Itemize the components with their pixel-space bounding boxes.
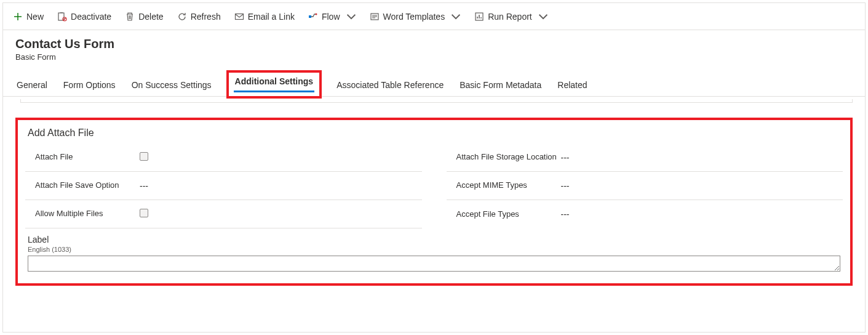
tab-general[interactable]: General [15, 74, 49, 96]
tab-bar: General Form Options On Success Settings… [3, 70, 865, 97]
highlight-box: Additional Settings [226, 70, 322, 99]
tab-additional-settings[interactable]: Additional Settings [234, 76, 315, 92]
email-icon [234, 12, 244, 22]
record-header: Contact Us Form Basic Form [3, 30, 865, 62]
refresh-icon [177, 12, 187, 22]
field-label: Attach File Save Option [35, 180, 140, 191]
chevron-down-icon [346, 12, 356, 22]
tab-on-success[interactable]: On Success Settings [130, 74, 213, 96]
field-attach-file-save-option[interactable]: Attach File Save Option --- [25, 172, 422, 200]
app-frame: New Deactivate Delete Refresh Email a Li… [2, 2, 866, 333]
svg-point-4 [315, 13, 317, 15]
field-value: --- [561, 209, 843, 219]
left-column: Attach File Attach File Save Option --- … [25, 143, 422, 228]
page-subtitle: Basic Form [15, 52, 853, 62]
cmd-label: Delete [138, 12, 163, 22]
field-label: Attach File [35, 152, 140, 163]
command-bar: New Deactivate Delete Refresh Email a Li… [3, 3, 865, 30]
trash-icon [125, 12, 135, 22]
tab-related[interactable]: Related [556, 74, 588, 96]
fields-grid: Attach File Attach File Save Option --- … [25, 143, 843, 228]
field-storage-location[interactable]: Attach File Storage Location --- [447, 143, 843, 172]
field-label: Allow Multiple Files [35, 209, 140, 219]
cmd-label: Flow [322, 12, 340, 22]
field-allow-multiple-files[interactable]: Allow Multiple Files [25, 200, 422, 228]
deactivate-button[interactable]: Deactivate [57, 12, 111, 22]
tab-form-options[interactable]: Form Options [62, 74, 117, 96]
field-value [140, 209, 422, 219]
right-column: Attach File Storage Location --- Accept … [447, 143, 843, 228]
field-attach-file[interactable]: Attach File [25, 143, 422, 172]
plus-icon [13, 12, 23, 22]
field-accept-file-types[interactable]: Accept File Types --- [447, 200, 843, 228]
field-value: --- [140, 181, 422, 191]
flow-button[interactable]: Flow [308, 12, 356, 22]
flow-icon [308, 12, 318, 22]
cmd-label: Deactivate [71, 12, 111, 22]
field-label: Attach File Storage Location [456, 152, 561, 163]
label-language: English (1033) [28, 246, 840, 253]
page-title: Contact Us Form [15, 36, 853, 51]
report-icon [474, 12, 484, 22]
label-block: Label English (1033) [25, 235, 843, 273]
checkbox-unchecked-icon[interactable] [140, 152, 148, 161]
refresh-button[interactable]: Refresh [177, 12, 221, 22]
email-link-button[interactable]: Email a Link [234, 12, 295, 22]
cmd-label: Word Templates [383, 12, 445, 22]
cmd-label: Refresh [191, 12, 221, 22]
delete-button[interactable]: Delete [125, 12, 163, 22]
chevron-down-icon [451, 12, 461, 22]
word-templates-button[interactable]: Word Templates [370, 12, 461, 22]
cmd-label: New [26, 12, 44, 22]
word-icon [370, 12, 380, 22]
tab-basic-form-metadata[interactable]: Basic Form Metadata [458, 74, 543, 96]
field-label: Accept File Types [456, 209, 561, 220]
section-highlight: Add Attach File Attach File Attach File … [15, 118, 853, 286]
field-value: --- [561, 153, 843, 163]
cmd-label: Email a Link [248, 12, 295, 22]
field-value: --- [561, 181, 843, 191]
svg-rect-0 [58, 13, 64, 20]
checkbox-unchecked-icon[interactable] [140, 209, 148, 217]
field-label: Accept MIME Types [456, 180, 561, 191]
section-title: Add Attach File [28, 127, 843, 139]
deactivate-icon [57, 12, 67, 22]
chevron-down-icon [538, 12, 548, 22]
section-divider [20, 99, 853, 103]
svg-rect-3 [309, 15, 311, 18]
field-accept-mime-types[interactable]: Accept MIME Types --- [447, 172, 843, 200]
label-textarea[interactable] [28, 256, 840, 272]
label-field-title: Label [28, 235, 840, 244]
tab-associated-table-ref[interactable]: Associated Table Reference [335, 74, 445, 96]
run-report-button[interactable]: Run Report [474, 12, 548, 22]
new-button[interactable]: New [13, 12, 44, 22]
cmd-label: Run Report [488, 12, 532, 22]
field-value [140, 152, 422, 163]
